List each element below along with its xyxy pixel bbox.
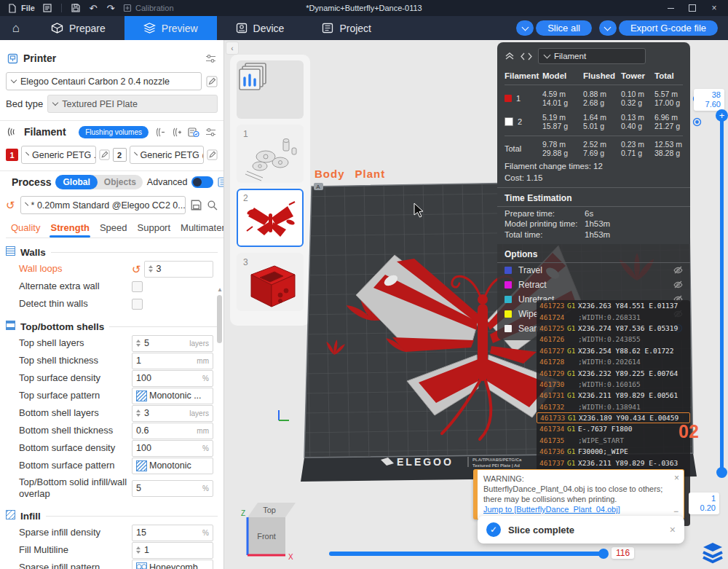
add-filament-icon[interactable]	[171, 127, 182, 137]
spinner-arrows[interactable]	[136, 546, 141, 554]
printer-preset-select[interactable]: Elegoo Centauri Carbon 2 0.4 nozzle	[6, 72, 202, 90]
gcode-line[interactable]: 461726;WIDTH:0.243855	[537, 334, 690, 345]
view-type-select[interactable]: Filament	[538, 48, 646, 64]
process-preset-select[interactable]: * 0.20mm Standard @Elegoo CC2 0...	[20, 196, 186, 214]
edit-filament-2-icon[interactable]	[207, 149, 218, 160]
layers-view-icon[interactable]	[700, 541, 725, 565]
filament-1-badge[interactable]: 1	[6, 149, 18, 161]
file-menu[interactable]: File	[7, 3, 35, 13]
layer-slider-track[interactable]	[720, 115, 724, 472]
input-bottom-surface-pattern[interactable]: Monotonic	[132, 458, 213, 474]
input-sparse-infill-density[interactable]: 15%	[132, 525, 213, 541]
minimize-button[interactable]	[660, 0, 681, 16]
export-options-chevron[interactable]	[599, 20, 617, 36]
process-tab-strength[interactable]: Strength	[45, 222, 94, 238]
maximize-button[interactable]	[681, 0, 703, 16]
layer-slider-top-handle[interactable]: +	[716, 109, 728, 122]
tab-device[interactable]: Device	[217, 16, 304, 40]
bed-type-select[interactable]: Textured PEI Plate	[47, 95, 218, 113]
tab-preview[interactable]: Preview	[124, 16, 217, 40]
gcode-line[interactable]: 461730;WIDTH:0.160165	[537, 379, 690, 390]
gcode-line[interactable]: 461737G1X236.211 Y89.829 E-.0363	[537, 457, 690, 468]
process-tab-speed[interactable]: Speed	[95, 222, 132, 238]
scrollbar-thumb[interactable]	[217, 295, 222, 343]
gcode-line[interactable]: 461731G1X236.211 Y89.829 E.00561	[537, 390, 690, 401]
spinner-arrows[interactable]	[136, 409, 141, 417]
input-top-surface-density[interactable]: 100%	[132, 370, 213, 387]
global-objects-toggle[interactable]: Global Objects	[55, 175, 142, 189]
gcode-line[interactable]: 461725G1X236.274 Y87.536 E.05319	[537, 323, 690, 334]
sync-filament-icon[interactable]	[188, 127, 199, 138]
reset-setting-icon[interactable]: ↺	[132, 264, 141, 275]
move-slider-track[interactable]	[329, 552, 604, 556]
gcode-line[interactable]: 461734G1E-.7637 F1800	[537, 423, 690, 434]
input-bottom-surface-density[interactable]: 100%	[132, 440, 213, 457]
move-slider-handle[interactable]	[598, 549, 609, 559]
scroll-up-arrow[interactable]: ▲	[217, 286, 223, 293]
close-button[interactable]: ×	[703, 0, 725, 16]
slice-options-chevron[interactable]	[516, 20, 534, 36]
sidebar-scrollbar[interactable]: ▲ ▼	[216, 286, 223, 569]
visibility-on-icon[interactable]	[692, 117, 702, 127]
filament-settings-icon[interactable]	[205, 127, 216, 137]
global-segment[interactable]: Global	[55, 175, 97, 189]
input-sparse-infill-pattern[interactable]: Honeycomb	[132, 560, 213, 569]
layer-slider-bottom-handle[interactable]	[716, 467, 727, 478]
input-wall-loops[interactable]: 3	[144, 261, 213, 278]
process-tab-quality[interactable]: Quality	[6, 222, 45, 238]
tab-prepare[interactable]: Prepare	[32, 16, 124, 40]
gcode-view-icon[interactable]	[521, 52, 532, 60]
gcode-line-highlighted[interactable]: 461733G1X236.189 Y90.434 E.00459	[537, 412, 690, 423]
warning-jump-link[interactable]: Jump to [ButterflyDance_Plant_04.obj]	[483, 505, 620, 514]
checkbox-detect-thin-walls[interactable]	[132, 299, 143, 310]
gcode-line[interactable]: 461723G1X236.263 Y84.551 E.01137	[537, 300, 690, 311]
toast-close-icon[interactable]: ×	[670, 524, 676, 535]
input-bottom-shell-thickness[interactable]: 0.6mm	[132, 423, 213, 439]
process-tab-multimaterial[interactable]: Multimaterial	[175, 222, 223, 238]
slice-all-button[interactable]: Slice all	[536, 20, 592, 36]
reset-process-icon[interactable]: ↺	[6, 200, 15, 211]
home-button[interactable]: ⌂	[0, 16, 32, 40]
warning-close-icon[interactable]: ×	[674, 473, 679, 483]
gcode-line[interactable]: 461735;WIPE_START	[537, 435, 690, 446]
collapse-panel-icon[interactable]	[505, 52, 515, 60]
notes-icon[interactable]	[42, 3, 52, 13]
visibility-off-icon[interactable]	[673, 265, 683, 275]
advanced-toggle[interactable]	[191, 176, 213, 188]
save-preset-icon[interactable]	[191, 200, 202, 211]
edit-printer-icon[interactable]	[206, 76, 218, 87]
filament-2-badge[interactable]: 2	[113, 148, 127, 162]
remove-filament-icon[interactable]	[154, 127, 165, 137]
input-bottom-shell-layers[interactable]: 3layers	[132, 405, 213, 422]
gcode-line[interactable]: 461732;WIDTH:0.138941	[537, 401, 690, 412]
orientation-cube[interactable]: Top Front Z X	[240, 501, 298, 568]
checkbox-alternate-extra-wall[interactable]	[132, 281, 143, 292]
save-icon[interactable]	[71, 3, 81, 13]
gcode-line[interactable]: 461729G1X236.232 Y89.225 E.00764	[537, 367, 690, 378]
warning-minimize-icon[interactable]: −	[673, 509, 678, 514]
tab-project[interactable]: Project	[303, 16, 390, 40]
input-top-shell-layers[interactable]: 5layers	[132, 335, 213, 352]
gcode-line[interactable]: 461736G1F30000;_WIPE	[537, 446, 690, 457]
visibility-off-icon[interactable]	[673, 280, 683, 289]
filament-2-select[interactable]: Generic PETG @S...	[130, 146, 205, 164]
spinner-arrows[interactable]	[149, 265, 153, 272]
gcode-line[interactable]: 461727G1X236.254 Y88.62 E.01722	[537, 345, 690, 356]
input-fill-multiline[interactable]: 1	[132, 542, 213, 559]
search-icon[interactable]	[207, 200, 218, 211]
gcode-line[interactable]: 461728;WIDTH:0.202614	[537, 356, 690, 367]
input-top-shell-thickness[interactable]: 1mm	[132, 353, 213, 369]
input-top-bottom-solid-infill-wall-overlap[interactable]: 5%	[132, 480, 213, 497]
input-top-surface-pattern[interactable]: Monotonic ...	[132, 388, 213, 404]
flushing-volumes-button[interactable]: Flushing volumes	[79, 126, 149, 138]
spinner-arrows[interactable]	[136, 340, 141, 347]
undo-icon[interactable]: ↶	[88, 3, 98, 13]
gcode-line[interactable]: 461724;WIDTH:0.268331	[537, 311, 690, 322]
export-gcode-button[interactable]: Export G-code file	[619, 20, 718, 36]
process-tab-support[interactable]: Support	[132, 222, 176, 238]
printer-settings-icon[interactable]	[205, 54, 216, 63]
filament-1-select[interactable]: Generic PETG ...	[21, 146, 96, 164]
objects-segment[interactable]: Objects	[98, 177, 143, 187]
calibration-menu[interactable]: Calibration	[123, 4, 174, 12]
redo-icon[interactable]: ↷	[106, 3, 116, 13]
